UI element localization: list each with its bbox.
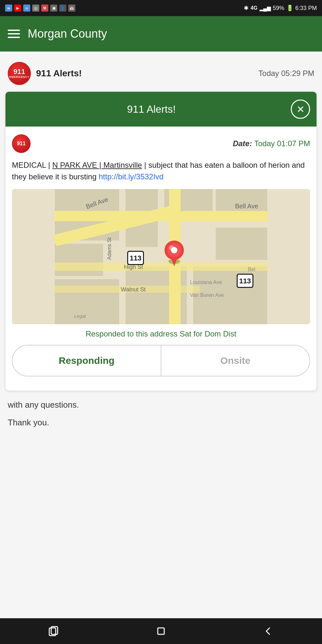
main-content: 911 EMERGENCY 911 Alerts! Today 05:29 PM… [0,52,322,618]
svg-text:113: 113 [130,254,142,262]
alert-date-container: Date: Today 01:07 PM [233,139,310,148]
svg-rect-39 [158,628,164,634]
response-buttons: Responding Onsite [12,345,310,376]
battery-percent: 59% [273,5,284,12]
svg-rect-14 [55,262,267,271]
battery-icon: 🔋 [286,5,293,12]
below-card-text-1: with any questions. [5,399,317,411]
back-icon [262,625,274,637]
notification-time: Today 05:29 PM [259,69,314,78]
status-bar-left: w ▶ w ◎ M ▣ 👤 📅 [5,5,75,12]
alert-message: MEDICAL | N PARK AVE | Martinsville | su… [12,159,310,183]
responding-button[interactable]: Responding [13,346,161,376]
alert-small-icon-text: 911 [17,141,26,147]
app-icon-2: w [23,5,30,12]
home-icon [155,625,167,637]
notification-row-left: 911 EMERGENCY 911 Alerts! [8,62,82,85]
recent-apps-button[interactable] [48,625,60,637]
app-icon-5: 👤 [59,5,66,12]
alert-link[interactable]: http://bit.ly/3532Ivd [99,172,163,181]
alert-date-value: Today 01:07 PM [254,139,310,148]
svg-text:Bel: Bel [248,267,255,272]
signal-bars: ▂▄▆ [260,5,271,11]
alert-meta-row: 911 Date: Today 01:07 PM [12,134,310,153]
alert-small-icon: 911 [12,134,31,153]
recent-apps-icon [48,625,60,637]
onsite-button[interactable]: Onsite [161,346,309,376]
header-title: Morgan County [28,27,107,41]
bluetooth-icon: ✱ [244,5,249,12]
hamburger-line-2 [8,33,20,34]
hamburger-line-3 [8,37,20,38]
alert-card: 911 Alerts! ✕ 911 Date: Today 01:07 PM M… [5,91,317,391]
status-bar: w ▶ w ◎ M ▣ 👤 📅 ✱ 4G ▂▄▆ 59% 🔋 6:33 PM [0,0,322,16]
close-button[interactable]: ✕ [291,99,310,119]
time-display: 6:33 PM [295,5,317,12]
svg-text:Van Buren Ave: Van Buren Ave [190,292,224,298]
alert-date-label: Date: [233,139,252,148]
icon-911-text: 911 [9,68,30,76]
status-bar-right: ✱ 4G ▂▄▆ 59% 🔋 6:33 PM [244,5,317,12]
app-icon-6: 📅 [68,5,75,12]
app-icon-4: ▣ [50,5,57,12]
app-header: Morgan County [0,16,322,52]
message-address: N PARK AVE | Martinsville [52,161,142,169]
home-button[interactable] [155,625,167,637]
app-icon-1: w [5,5,12,12]
svg-text:Bell Ave: Bell Ave [235,203,258,210]
notification-row: 911 EMERGENCY 911 Alerts! Today 05:29 PM [5,58,317,89]
map-response-text: Responded to this address Sat for Dom Di… [12,329,310,338]
svg-text:113: 113 [239,277,251,285]
svg-rect-2 [55,244,103,276]
svg-text:Louisiana Ave: Louisiana Ave [190,279,222,285]
below-text-thanks: Thank you. [8,418,49,427]
notification-icon-inner: 911 EMERGENCY [9,68,30,79]
svg-text:Legal: Legal [74,313,86,319]
notification-source: 911 Alerts! [36,68,82,79]
svg-rect-8 [216,228,267,260]
icon-emergency-text: EMERGENCY [9,76,30,79]
alert-card-title: 911 Alerts! [12,103,291,115]
app-icon-3: ◎ [32,5,39,12]
hamburger-line-1 [8,30,20,31]
svg-text:Adams St: Adams St [107,237,112,260]
notification-icon: 911 EMERGENCY [8,62,31,85]
app-icon-youtube: ▶ [14,5,21,12]
alert-card-header: 911 Alerts! ✕ [5,92,317,127]
message-medical: MEDICAL | [12,161,50,169]
app-icon-gmail: M [41,5,48,12]
svg-point-36 [171,247,177,253]
alert-card-body: 911 Date: Today 01:07 PM MEDICAL | N PAR… [5,127,317,391]
bottom-navigation [0,618,322,644]
below-card-text-2: Thank you. [5,416,317,429]
menu-button[interactable] [8,30,20,38]
back-button[interactable] [262,625,274,637]
map-svg: Bell Ave Bell Ave Adams St High St Walnu… [12,189,310,324]
signal-type: 4G [251,5,257,11]
svg-text:Walnut St: Walnut St [121,286,146,293]
below-text-questions: with any questions. [8,400,79,410]
map-container[interactable]: Bell Ave Bell Ave Adams St High St Walnu… [12,189,310,324]
